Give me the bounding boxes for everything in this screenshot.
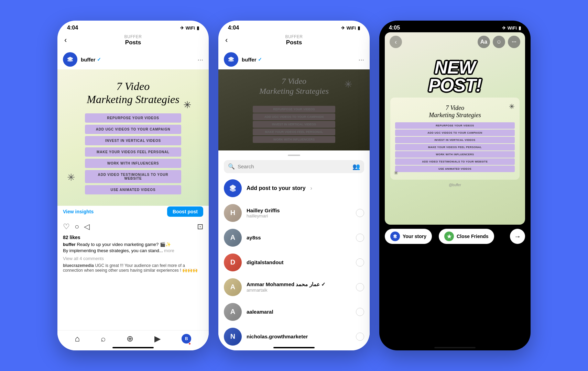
story-back-button[interactable]: ‹: [390, 36, 402, 48]
nav-add-icon[interactable]: ⊕: [127, 334, 133, 344]
nav-search-icon[interactable]: ⌕: [101, 334, 106, 344]
post-image-1: 7 VideoMarketing Strategies ✳ REPURPOSE …: [57, 69, 209, 206]
contact-name-aalea: aaleamaral: [247, 309, 351, 315]
contact-name-hailley: Hailley Griffis: [247, 207, 351, 213]
search-bar[interactable]: 🔍 👥: [224, 160, 364, 173]
contact-ay8ss[interactable]: A ay8ss: [218, 225, 370, 250]
caption-1: buffer Ready to up your video marketing …: [57, 241, 209, 255]
strategy-btn-5: WORK WITH INFLUENCERS: [85, 159, 181, 168]
home-bar-2: [273, 347, 315, 348]
post-title-1: 7 VideoMarketing Strategies: [87, 80, 179, 106]
search-input[interactable]: [238, 164, 350, 169]
sticker-tool-button[interactable]: ☺: [493, 36, 505, 48]
airplane-icon: ✈: [180, 25, 184, 31]
status-icons-1: ✈ WiFi ▮: [180, 25, 199, 31]
top-nav-2: ‹ BUFFER Posts: [218, 32, 370, 49]
strategy-btn-4: MAKE YOUR VIDEOS FEEL PERSONAL: [85, 147, 181, 157]
page-label-1: Posts: [124, 39, 142, 46]
avatar-1[interactable]: [63, 52, 77, 67]
contact-aalea[interactable]: A aaleamaral: [218, 300, 370, 324]
close-friends-icon: ★: [444, 232, 454, 241]
contact-nicholas-text: nicholas.growthmarketer: [247, 334, 351, 339]
story-header-bar: ‹ Aa ☺ ···: [385, 32, 525, 52]
story-bottom-bar: Your story ★ Close Friends →: [379, 225, 531, 248]
top-nav-1: ‹ BUFFER Posts: [57, 32, 209, 49]
story-next-button[interactable]: →: [510, 229, 525, 244]
select-digital[interactable]: [356, 258, 364, 267]
contact-ammar-text: Ammar Mohammed عمار محمد ✓ ammartalk: [247, 281, 351, 293]
story-editor-area: ‹ Aa ☺ ··· NEW POST! 7 VideoMarketing St…: [385, 32, 525, 225]
strategy-btn-7: USE ANIMATED VIDEOS: [85, 185, 181, 194]
contact-digital[interactable]: D digitalstandout: [218, 250, 370, 275]
contact-ammar[interactable]: A Ammar Mohammed عمار محمد ✓ ammartalk: [218, 275, 370, 300]
phone-2-share-sheet: 4:04 ✈ WiFi ▮ ‹ BUFFER Posts buffer ✓ ··…: [218, 21, 370, 350]
select-aalea[interactable]: [356, 308, 364, 316]
more-button-2[interactable]: ···: [358, 56, 364, 64]
status-icons-3: ✈ WiFi ▮: [502, 25, 521, 31]
contact-aalea-text: aaleamaral: [247, 309, 351, 315]
battery-icon-3: ▮: [519, 25, 521, 31]
home-bar-3: [434, 347, 476, 348]
airplane-icon-2: ✈: [341, 25, 345, 31]
back-button-2[interactable]: ‹: [225, 36, 228, 45]
text-tool-button[interactable]: Aa: [478, 36, 490, 48]
add-to-story-item[interactable]: Add post to your story ›: [218, 176, 370, 201]
select-ammar[interactable]: [356, 283, 364, 291]
close-friends-button[interactable]: ★ Close Friends: [439, 229, 494, 244]
view-comments-link[interactable]: View all 4 comments: [57, 255, 209, 262]
profile-name-2: buffer ✓: [242, 57, 355, 63]
story-starburst-icon: ✳: [509, 102, 515, 111]
chevron-icon: ›: [311, 185, 312, 191]
story-strategy-2: ADD UGC VIDEOS TO YOUR CAMPAIGN: [395, 130, 515, 136]
like-icon[interactable]: ♡: [63, 222, 70, 231]
contact-name-nicholas: nicholas.growthmarketer: [247, 334, 351, 339]
share-icon[interactable]: ◁: [84, 222, 90, 231]
verified-badge-1: ✓: [97, 57, 101, 62]
new-post-line2: POST!: [392, 76, 518, 94]
story-card: 7 VideoMarketing Strategies ✳ REPURPOSE …: [390, 98, 520, 180]
view-insights-link[interactable]: View insights: [63, 209, 94, 214]
contact-name-ammar: Ammar Mohammed عمار محمد ✓: [247, 281, 351, 288]
avatar-nicholas: N: [224, 328, 242, 346]
select-ay8ss[interactable]: [356, 234, 364, 242]
more-tool-button[interactable]: ···: [508, 36, 520, 48]
story-starburst-icon-2: ✳: [394, 170, 398, 176]
status-icons-2: ✈ WiFi ▮: [341, 25, 360, 31]
nav-reels-icon[interactable]: ▶: [154, 334, 161, 344]
brand-label-1: BUFFER: [124, 34, 142, 39]
select-nicholas[interactable]: [356, 333, 364, 341]
avatar-ammar: A: [224, 278, 242, 296]
boost-post-button[interactable]: Boost post: [167, 206, 203, 217]
bookmark-icon[interactable]: ⊡: [197, 222, 203, 231]
wifi-icon-3: WiFi: [508, 25, 517, 31]
status-bar-3: 4:05 ✈ WiFi ▮: [379, 21, 531, 32]
phone-3-story-editor: 4:05 ✈ WiFi ▮ ‹ Aa ☺ ··· NEW POST! 7 Vid…: [379, 21, 531, 350]
select-hailley[interactable]: [356, 209, 364, 217]
buffer-dot-icon: [390, 232, 400, 241]
caption-more[interactable]: more: [164, 248, 174, 253]
contact-nicholas[interactable]: N nicholas.growthmarketer: [218, 324, 370, 349]
contact-hailley[interactable]: H Hailley Griffis hailleymari: [218, 201, 370, 225]
back-button-1[interactable]: ‹: [64, 36, 67, 45]
avatar-hailley: H: [224, 204, 242, 222]
strategy-btn-1: REPURPOSE YOUR VIDEOS: [85, 113, 181, 123]
nav-home-icon[interactable]: ⌂: [75, 334, 80, 344]
story-watermark: @buffer: [385, 183, 525, 187]
comment-row-1: bluecrazemedia UGC is great !!! Your aud…: [57, 262, 209, 274]
add-person-icon[interactable]: 👥: [352, 163, 360, 170]
starburst-icon-2: ✳: [67, 173, 79, 185]
story-strategy-7: USE ANIMATED VIDEOS: [395, 166, 515, 172]
verified-badge-2: ✓: [258, 57, 262, 62]
new-post-badge: NEW POST!: [385, 52, 525, 98]
post-image-dark: 7 VideoMarketing Strategies ✳ REPURPOSE …: [218, 69, 370, 150]
strategy-btn-6: ADD VIDEO TESTIMONIALS TO YOUR WEBSITE: [85, 170, 181, 183]
comment-icon[interactable]: ○: [75, 222, 79, 231]
your-story-button[interactable]: Your story: [385, 229, 432, 244]
close-friends-label: Close Friends: [457, 234, 489, 239]
avatar-2[interactable]: [224, 52, 238, 67]
profile-row-1: buffer ✓ ···: [57, 49, 209, 69]
story-strategy-1: REPURPOSE YOUR VIDEOS: [395, 122, 515, 129]
more-button-1[interactable]: ···: [197, 56, 203, 64]
story-strategy-5: WORK WITH INFLUENCERS: [395, 151, 515, 158]
nav-profile-icon[interactable]: B: [182, 334, 191, 344]
